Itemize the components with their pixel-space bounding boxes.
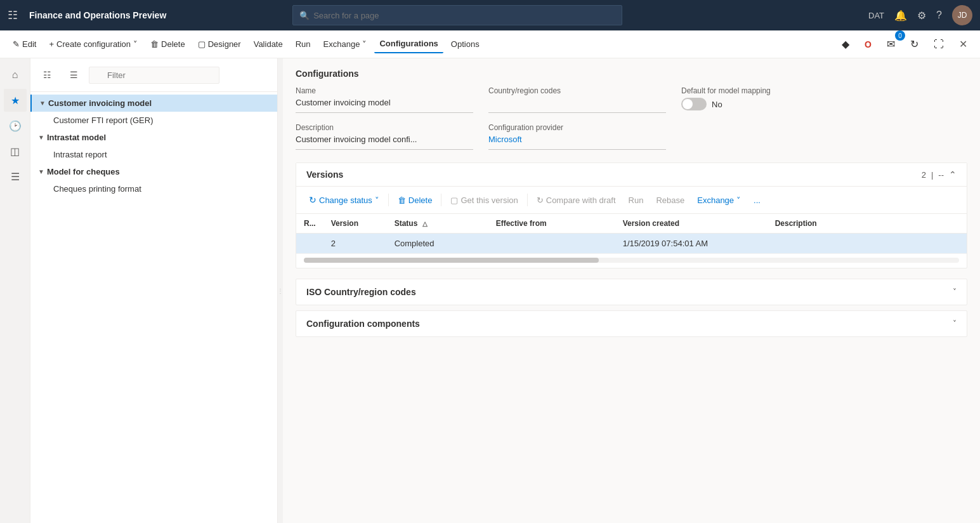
config-components-header[interactable]: Configuration components ˅ [296,311,967,336]
tree-label-customer-invoicing: Customer invoicing model [48,98,152,108]
iso-section: ISO Country/region codes ˅ [296,279,967,305]
top-nav-right: DAT 🔔 ⚙ ? JD [868,5,972,25]
field-name-label: Name [296,86,473,95]
filter-input[interactable] [89,67,219,84]
notification-icon[interactable]: 🔔 [894,10,907,22]
recent-icon[interactable]: 🕑 [4,114,27,137]
versions-delete-button[interactable]: 🗑 Delete [393,192,438,208]
versions-table-head: R... Version Status △ Effective from Ver… [296,214,967,234]
th-r: R... [296,214,323,234]
field-name: Name Customer invoicing model [296,86,473,113]
office-button[interactable]: O [859,36,877,53]
vtb-sep-1 [388,194,389,206]
tree-items: ▼ Customer invoicing model Customer FTI … [30,92,277,523]
th-effective[interactable]: Effective from [488,214,615,234]
field-provider: Configuration provider Microsoft [488,123,666,150]
th-status[interactable]: Status △ [387,214,488,234]
versions-run-button[interactable]: Run [624,192,649,208]
field-provider-value[interactable]: Microsoft [488,135,666,150]
edit-button[interactable]: ✎ Edit [8,36,41,53]
search-input[interactable] [313,11,615,20]
field-country: Country/region codes [488,86,666,113]
designer-button[interactable]: ▢ Designer [193,36,246,53]
tree-label-cheques-printing: Cheques printing format [53,184,141,194]
table-row[interactable]: 2 Completed 1/15/2019 07:54:01 AM [296,234,967,254]
versions-title: Versions [306,169,922,180]
message-count-badge: 0 [895,30,905,41]
field-provider-label: Configuration provider [488,123,666,132]
list-icon-button[interactable]: ☰ [62,63,85,86]
edit-icon: ✎ [13,39,20,49]
sash-divider[interactable]: ⋮ [278,58,283,523]
configurations-tab[interactable]: Configurations [374,35,443,53]
home-icon[interactable]: ⌂ [4,63,27,86]
exchange-chevron-down: ˅ [736,195,741,205]
search-bar[interactable]: 🔍 [292,5,622,25]
tree-item-customer-invoicing-model[interactable]: ▼ Customer invoicing model [30,95,277,112]
tree-item-model-cheques[interactable]: ▼ Model for cheques [30,163,277,180]
iso-chevron-icon: ˅ [953,288,957,296]
app-title: Finance and Operations Preview [29,10,166,20]
options-button[interactable]: Options [446,36,485,53]
vtb-sep-2 [441,194,441,206]
expand-icon-intrastat: ▼ [38,134,44,141]
th-created[interactable]: Version created [615,214,768,234]
tree-item-intrastat-model[interactable]: ▼ Intrastat model [30,129,277,146]
avatar[interactable]: JD [952,5,972,25]
field-desc-label: Description [296,123,473,132]
tree-item-intrastat-report[interactable]: Intrastat report [30,146,277,163]
rebase-button[interactable]: Rebase [651,192,689,208]
modules-icon[interactable]: ☰ [4,165,27,188]
settings-icon[interactable]: ⚙ [917,10,926,22]
main-layout: ⌂ ★ 🕑 ◫ ☰ ☷ ☰ 🔍 ▼ Customer invoicing mod… [0,58,980,523]
config-components-title: Configuration components [306,319,420,329]
content-panel: Configurations Name Customer invoicing m… [283,58,980,523]
config-components-section: Configuration components ˅ [296,310,967,337]
th-version[interactable]: Version [323,214,387,234]
horizontal-scrollbar[interactable] [304,258,959,263]
default-mapping-value: No [712,100,722,109]
get-this-version-button[interactable]: ▢ Get this version [445,192,523,208]
tree-label-intrastat-report: Intrastat report [53,150,107,159]
exchange-button[interactable]: Exchange ˅ [318,36,372,53]
personalize-button[interactable]: ◆ [837,34,854,54]
workspaces-icon[interactable]: ◫ [4,140,27,162]
help-icon[interactable]: ? [936,10,942,21]
env-label: DAT [868,11,884,20]
th-description[interactable]: Description [768,214,967,234]
collapse-versions-icon[interactable]: ⌃ [949,169,957,180]
delete-button[interactable]: 🗑 Delete [145,36,190,53]
close-button[interactable]: ✕ [954,34,972,54]
cell-status: Completed [387,234,488,254]
filter-icon-button[interactable]: ☷ [36,63,58,86]
get-version-icon: ▢ [450,195,458,205]
status-filter-icon: △ [422,220,428,227]
open-new-button[interactable]: ⛶ [929,35,949,54]
star-icon[interactable]: ★ [4,89,27,112]
exchange-chevron-icon: ˅ [362,39,367,49]
iso-collapse-header[interactable]: ISO Country/region codes ˅ [296,279,967,305]
versions-table-body: 2 Completed 1/15/2019 07:54:01 AM [296,234,967,254]
configurations-section-title: Configurations [296,69,967,79]
change-status-button[interactable]: ↻ Change status ˅ [304,192,384,208]
hamburger-icon[interactable]: ☷ [8,8,18,22]
refresh-button[interactable]: ↻ [905,34,924,54]
create-config-button[interactable]: + Create configuration ˅ [44,36,143,53]
filter-wrapper: 🔍 [89,67,272,84]
tree-item-cheques-printing[interactable]: Cheques printing format [30,180,277,197]
iso-title: ISO Country/region codes [306,287,416,297]
versions-exchange-button[interactable]: Exchange ˅ [692,192,746,208]
compare-icon: ↻ [537,195,544,205]
more-button[interactable]: ... [748,192,766,208]
default-mapping-toggle[interactable] [681,98,707,110]
scrollbar-thumb [304,258,599,263]
cell-effective [488,234,615,254]
compare-draft-button[interactable]: ↻ Compare with draft [532,192,621,208]
field-country-label: Country/region codes [488,86,666,95]
tree-item-customer-fti-report[interactable]: Customer FTI report (GER) [30,112,277,129]
versions-sep: | [931,170,933,180]
versions-delete-icon: 🗑 [398,195,406,205]
toggle-knob [683,99,693,109]
run-button[interactable]: Run [291,36,316,53]
validate-button[interactable]: Validate [249,36,288,53]
